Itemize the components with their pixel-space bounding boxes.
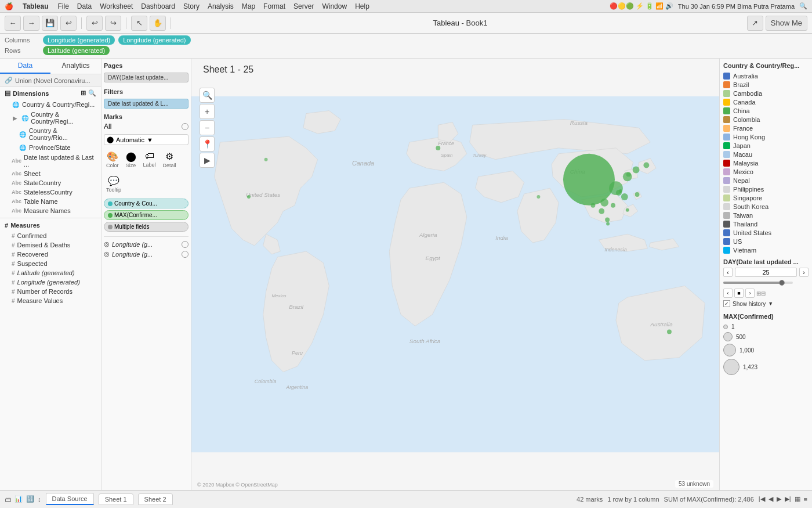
legend-nepal[interactable]: Nepal	[723, 177, 809, 184]
nav-icon2[interactable]: ◀	[768, 495, 773, 503]
status-icon4[interactable]: ↕	[38, 496, 41, 503]
menu-worksheet[interactable]: Worksheet	[100, 2, 133, 10]
back-button[interactable]: ←	[5, 16, 21, 31]
legend-southkorea[interactable]: South Korea	[723, 203, 809, 210]
confirmed-tag[interactable]: MAX(Confirme...	[104, 210, 188, 220]
measure-num-records[interactable]: # Number of Records	[0, 287, 101, 296]
menu-server[interactable]: Server	[293, 2, 314, 10]
tab-data[interactable]: Data	[0, 59, 50, 74]
day-slider-track[interactable]	[723, 282, 793, 284]
menu-help[interactable]: Help	[355, 2, 369, 10]
legend-thailand[interactable]: Thailand	[723, 221, 809, 228]
measures-header[interactable]: # Measures	[0, 221, 101, 231]
menu-format[interactable]: Format	[263, 2, 285, 10]
view-icon1[interactable]: ▦	[795, 495, 800, 503]
pin-button[interactable]: 📍	[200, 136, 215, 152]
pan-tool[interactable]: ✋	[150, 16, 166, 31]
marks-type-select[interactable]: ⬤ Automatic ▼	[104, 134, 188, 145]
legend-mexico[interactable]: Mexico	[723, 168, 809, 175]
legend-taiwan[interactable]: Taiwan	[723, 212, 809, 219]
day-next-button[interactable]: ›	[799, 268, 809, 277]
size-button[interactable]: ⬤ Size	[124, 149, 139, 171]
lon-radio1[interactable]	[182, 241, 188, 248]
pages-pill[interactable]: DAY(Date last update...	[104, 73, 188, 82]
row1-pill[interactable]: Latitude (generated)	[43, 46, 110, 55]
filter1-pill[interactable]: Date last updated & L...	[104, 99, 188, 109]
legend-cambodia[interactable]: Cambodia	[723, 90, 809, 97]
nav-icon3[interactable]: ▶	[777, 495, 781, 503]
measure-demised[interactable]: # Demised & Deaths	[0, 240, 101, 250]
menu-data[interactable]: Data	[77, 2, 92, 10]
tab-data-source[interactable]: Data Source	[46, 493, 94, 505]
legend-colombia[interactable]: Colombia	[723, 116, 809, 123]
label-button[interactable]: 🏷 Label	[141, 149, 158, 171]
play-button[interactable]: ▶	[200, 153, 215, 168]
measure-suspected[interactable]: # Suspected	[0, 259, 101, 268]
dim-state-country[interactable]: Abc StateCountry	[0, 178, 101, 188]
dim-province[interactable]: 🌐 Province/State	[0, 142, 101, 153]
zoom-out-button[interactable]: −	[200, 120, 215, 135]
tab-sheet2[interactable]: Sheet 2	[138, 493, 173, 505]
legend-brazil[interactable]: Brazil	[723, 81, 809, 88]
legend-us[interactable]: US	[723, 238, 809, 245]
menu-dashboard[interactable]: Dashboard	[141, 2, 175, 10]
legend-malaysia[interactable]: Malaysia	[723, 160, 809, 167]
menu-analysis[interactable]: Analysis	[208, 2, 234, 10]
lon-radio2[interactable]	[182, 251, 188, 258]
refresh-button[interactable]: ↩	[60, 16, 77, 31]
search-button[interactable]: 🔍	[200, 88, 215, 103]
dim-date[interactable]: Abc Date last updated & Last ...	[0, 153, 101, 169]
slider-thumb[interactable]	[779, 280, 785, 286]
dim-country3[interactable]: 🌐 Country & Country/Rio...	[0, 126, 101, 142]
col1-pill[interactable]: Longitude (generated)	[43, 35, 115, 45]
legend-japan[interactable]: Japan	[723, 142, 809, 149]
measure-latitude[interactable]: # Latitude (generated)	[0, 268, 101, 278]
dimensions-search-icon[interactable]: 🔍	[88, 89, 96, 97]
legend-macau[interactable]: Macau	[723, 151, 809, 158]
legend-france[interactable]: France	[723, 125, 809, 132]
data-source-label[interactable]: 🔗 Union (Novel Coronaviru...	[0, 74, 101, 87]
forward-button[interactable]: →	[23, 16, 39, 31]
status-icon1[interactable]: 🗃	[5, 496, 11, 503]
dim-sheet[interactable]: Abc Sheet	[0, 169, 101, 178]
next-play-button[interactable]: ›	[745, 289, 755, 298]
dim-stateless-country[interactable]: Abc StatelessCountry	[0, 188, 101, 197]
show-history-checkbox[interactable]: ✓	[723, 300, 730, 307]
marks-radio[interactable]	[182, 123, 188, 130]
measure-confirmed[interactable]: # Confirmed	[0, 231, 101, 240]
view-icon2[interactable]: ≡	[804, 496, 807, 503]
legend-singapore[interactable]: Singapore	[723, 194, 809, 201]
dim-country1[interactable]: 🌐 Country & Country/Regi...	[0, 99, 101, 110]
multiple-tag[interactable]: Multiple fields	[104, 222, 188, 232]
col2-pill[interactable]: Longitude (generated)	[118, 35, 190, 45]
legend-australia[interactable]: Australia	[723, 73, 809, 80]
save-button[interactable]: 💾	[42, 16, 58, 31]
redo-button[interactable]: ↪	[105, 16, 121, 31]
tab-sheet1[interactable]: Sheet 1	[99, 493, 133, 505]
tooltip-button[interactable]: 💬 Tooltip	[104, 173, 124, 195]
menu-file[interactable]: File	[57, 2, 68, 10]
nav-icon1[interactable]: |◀	[759, 495, 765, 503]
day-filter-value[interactable]: 25	[735, 268, 797, 277]
status-icon2[interactable]: 📊	[14, 495, 23, 503]
zoom-in-button[interactable]: +	[200, 104, 215, 119]
tab-analytics[interactable]: Analytics	[50, 59, 101, 74]
show-history[interactable]: ✓ Show history ▼	[723, 300, 809, 307]
search-icon[interactable]: 🔍	[799, 2, 807, 10]
measure-recovered[interactable]: # Recovered	[0, 250, 101, 259]
legend-vietnam[interactable]: Vietnam	[723, 247, 809, 254]
dim-table-name[interactable]: Abc Table Name	[0, 197, 101, 206]
select-tool[interactable]: ↖	[131, 16, 147, 31]
country-tag[interactable]: Country & Cou...	[104, 199, 188, 208]
menu-story[interactable]: Story	[183, 2, 200, 10]
share-button[interactable]: ↗	[747, 16, 763, 31]
color-button[interactable]: 🎨 Color	[104, 149, 121, 171]
menu-map[interactable]: Map	[242, 2, 255, 10]
measure-values[interactable]: # Measure Values	[0, 296, 101, 305]
dimensions-header[interactable]: ▤ Dimensions ⊞ 🔍	[0, 87, 101, 99]
dim-country2[interactable]: ▶ 🌐 Country & Country/Regi...	[0, 110, 101, 126]
day-prev-button[interactable]: ‹	[723, 268, 733, 277]
stop-button[interactable]: ■	[734, 289, 744, 298]
longitude-item2[interactable]: ◎ Longitude (g...	[104, 249, 188, 259]
status-icon3[interactable]: 🔢	[26, 495, 34, 503]
